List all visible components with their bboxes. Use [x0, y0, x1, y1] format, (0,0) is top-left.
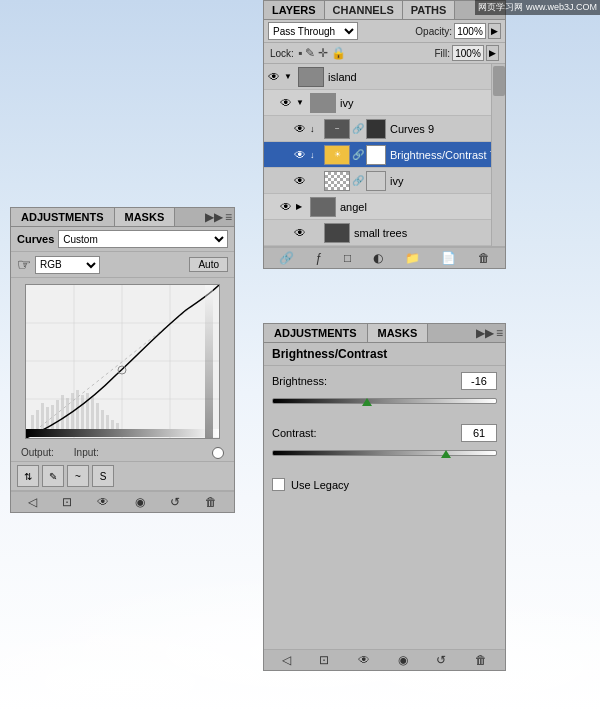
- lock-move-icon[interactable]: ✛: [318, 46, 328, 60]
- adj-eye-button[interactable]: 👁: [97, 495, 109, 509]
- adj-menu-icon-bc[interactable]: ▶▶: [476, 326, 494, 340]
- layer-effects-button[interactable]: ƒ: [316, 251, 323, 265]
- use-legacy-checkbox[interactable]: [272, 478, 285, 491]
- bc-reset-button[interactable]: ↺: [436, 653, 446, 667]
- fill-arrow[interactable]: ▶: [486, 45, 499, 61]
- layer-row[interactable]: 👁 ▼ ivy: [264, 90, 505, 116]
- blend-mode-select[interactable]: Pass Through: [268, 22, 358, 40]
- layer-mask-thumbnail: [366, 145, 386, 165]
- lock-all-icon[interactable]: 🔒: [331, 46, 346, 60]
- visibility-icon[interactable]: 👁: [266, 70, 282, 84]
- brightness-input[interactable]: [461, 372, 497, 390]
- layer-name: small trees: [352, 227, 503, 239]
- visibility-icon[interactable]: 👁: [292, 148, 308, 162]
- layer-row[interactable]: 👁 ↓ ~ 🔗 Curves 9: [264, 116, 505, 142]
- curve-smooth-tool[interactable]: ~: [67, 465, 89, 487]
- lock-transparent-icon[interactable]: ▪: [298, 46, 302, 60]
- delete-layer-button[interactable]: 🗑: [478, 251, 490, 265]
- tab-adjustments-curves[interactable]: ADJUSTMENTS: [11, 208, 115, 226]
- link-layers-button[interactable]: 🔗: [279, 251, 294, 265]
- contrast-track: [272, 450, 497, 456]
- adj-options-icon-bc[interactable]: ≡: [496, 326, 503, 340]
- layer-name: ivy: [338, 97, 503, 109]
- layer-name: Brightness/Contrast 7: [388, 149, 503, 161]
- curves-preset-select[interactable]: Custom: [58, 230, 228, 248]
- scroll-bar[interactable]: [491, 64, 505, 246]
- fill-input[interactable]: [452, 45, 484, 61]
- layer-row[interactable]: 👁 🔗 ivy: [264, 168, 505, 194]
- layer-mask-thumbnail: [366, 171, 386, 191]
- brightness-slider-container[interactable]: [272, 398, 497, 414]
- layer-mask-thumbnail: [366, 119, 386, 139]
- visibility-icon[interactable]: 👁: [278, 96, 294, 110]
- channel-select[interactable]: RGB: [35, 256, 100, 274]
- scroll-thumb[interactable]: [493, 66, 505, 96]
- circle-indicator: [212, 447, 224, 459]
- adj-menu-icon[interactable]: ▶▶: [205, 210, 223, 224]
- bc-title: Brightness/Contrast: [264, 343, 505, 366]
- new-group-button[interactable]: 📁: [405, 251, 420, 265]
- layer-row[interactable]: 👁 small trees: [264, 220, 505, 246]
- curve-hand-tool[interactable]: ☞: [17, 255, 31, 274]
- opacity-arrow[interactable]: ▶: [488, 23, 501, 39]
- layers-panel: LAYERS CHANNELS PATHS Pass Through Opaci…: [263, 0, 506, 269]
- tab-layers[interactable]: LAYERS: [264, 1, 325, 19]
- adj-delete-button[interactable]: 🗑: [205, 495, 217, 509]
- bc-visibility-button[interactable]: ◉: [398, 653, 408, 667]
- tab-masks-bc[interactable]: MASKS: [368, 324, 429, 342]
- auto-button[interactable]: Auto: [189, 257, 228, 272]
- panel-tabs: LAYERS CHANNELS PATHS: [264, 1, 505, 20]
- curve-pencil-tool[interactable]: ✎: [42, 465, 64, 487]
- adj-reset-button[interactable]: ↺: [170, 495, 180, 509]
- visibility-icon[interactable]: 👁: [278, 200, 294, 214]
- bc-eye-button[interactable]: 👁: [358, 653, 370, 667]
- layer-thumbnail: [324, 223, 350, 243]
- add-mask-button[interactable]: □: [344, 251, 351, 265]
- layer-chain-icon: 🔗: [352, 175, 364, 186]
- expand-icon[interactable]: ▼: [284, 72, 296, 81]
- curves-graph[interactable]: [25, 284, 220, 439]
- layer-row[interactable]: 👁 ↓ ☀ 🔗 Brightness/Contrast 7: [264, 142, 505, 168]
- contrast-slider-container[interactable]: [272, 450, 497, 466]
- opacity-input[interactable]: [454, 23, 486, 39]
- brightness-row: Brightness:: [264, 366, 505, 392]
- new-layer-button[interactable]: 📄: [441, 251, 456, 265]
- tab-adjustments-bc[interactable]: ADJUSTMENTS: [264, 324, 368, 342]
- lock-image-icon[interactable]: ✎: [305, 46, 315, 60]
- layer-name: ivy: [388, 175, 503, 187]
- layer-row[interactable]: 👁 ▼ island: [264, 64, 505, 90]
- expand-icon[interactable]: ▼: [296, 98, 308, 107]
- contrast-input[interactable]: [461, 424, 497, 442]
- visibility-icon[interactable]: 👁: [292, 122, 308, 136]
- adjustments-panel-curves: ADJUSTMENTS MASKS ▶▶ ≡ Curves Custom ☞ R…: [10, 207, 235, 513]
- layer-row[interactable]: 👁 ▶ angel: [264, 194, 505, 220]
- visibility-icon[interactable]: 👁: [292, 226, 308, 240]
- layers-list: 👁 ▼ island 👁 ▼ ivy 👁 ↓ ~ 🔗 Curves 9 👁 ↓: [264, 64, 505, 247]
- adj-visibility-button[interactable]: ◉: [135, 495, 145, 509]
- lock-icons: ▪ ✎ ✛ 🔒: [298, 46, 346, 60]
- tab-masks-curves[interactable]: MASKS: [115, 208, 176, 226]
- tab-paths[interactable]: PATHS: [403, 1, 456, 19]
- curve-point-tool[interactable]: ⇅: [17, 465, 39, 487]
- bc-back-button[interactable]: ◁: [282, 653, 291, 667]
- visibility-icon[interactable]: 👁: [292, 174, 308, 188]
- adj-options-icon[interactable]: ≡: [225, 210, 232, 224]
- curve-reset-tool[interactable]: S: [92, 465, 114, 487]
- contrast-thumb[interactable]: [441, 450, 451, 458]
- adj-tab-icons-bc: ▶▶ ≡: [474, 324, 505, 342]
- contrast-label: Contrast:: [272, 427, 457, 439]
- tab-channels[interactable]: CHANNELS: [325, 1, 403, 19]
- brightness-label: Brightness:: [272, 375, 457, 387]
- new-fill-layer-button[interactable]: ◐: [373, 251, 383, 265]
- layer-thumbnail: [310, 93, 336, 113]
- expand-icon[interactable]: ▶: [296, 202, 308, 211]
- bc-delete-button[interactable]: 🗑: [475, 653, 487, 667]
- adj-back-button[interactable]: ◁: [28, 495, 37, 509]
- curves-svg: [26, 285, 219, 438]
- brightness-thumb[interactable]: [362, 398, 372, 406]
- bc-prev-button[interactable]: ⊡: [319, 653, 329, 667]
- layer-name: Curves 9: [388, 123, 503, 135]
- adj-prev-button[interactable]: ⊡: [62, 495, 72, 509]
- curves-title: Curves: [17, 233, 54, 245]
- input-label: Input:: [74, 447, 99, 459]
